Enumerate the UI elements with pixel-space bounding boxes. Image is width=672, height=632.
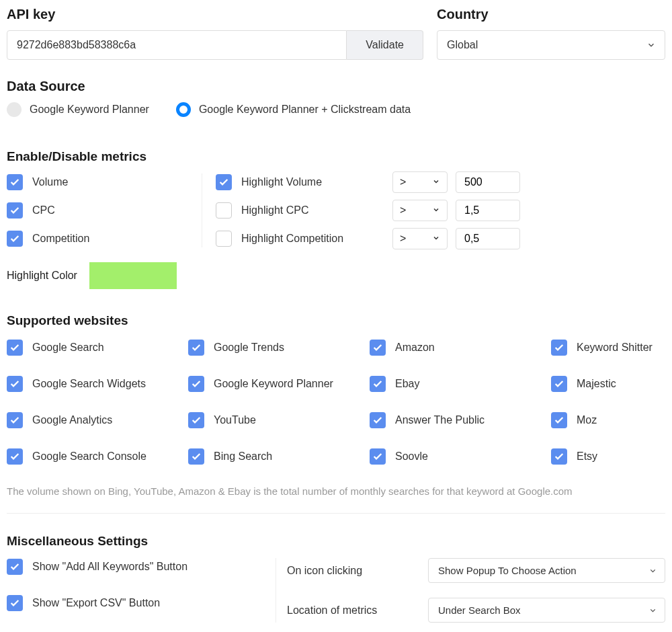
checkbox-website[interactable]	[551, 412, 567, 428]
website-label: Moz	[577, 414, 597, 426]
data-source-label: Data Source	[7, 79, 665, 94]
country-select[interactable]: Global	[437, 30, 665, 60]
website-item: Answer The Public	[370, 411, 551, 429]
chevron-down-icon	[432, 204, 440, 216]
website-item: Google Trends	[188, 339, 370, 356]
checkbox-website[interactable]	[370, 448, 386, 465]
website-label: Google Trends	[214, 342, 284, 354]
checkbox-website[interactable]	[551, 448, 567, 465]
on-icon-clicking-label: On icon clicking	[287, 565, 415, 577]
api-key-input[interactable]	[7, 30, 347, 60]
website-label: YouTube	[214, 414, 256, 426]
website-label: Google Search Console	[32, 450, 146, 463]
highlight-volume-label: Highlight Volume	[241, 176, 322, 188]
website-item: Google Keyword Planner	[188, 375, 370, 393]
misc-settings-label: Miscellaneous Settings	[7, 534, 665, 549]
website-label: Google Search Widgets	[32, 378, 146, 390]
export-csv-label: Show "Export CSV" Button	[32, 597, 160, 609]
checkbox-website[interactable]	[7, 448, 23, 465]
location-of-metrics-label: Location of metrics	[287, 604, 415, 617]
threshold-volume-input[interactable]	[456, 171, 520, 193]
checkbox-website[interactable]	[551, 340, 567, 356]
checkbox-website[interactable]	[188, 448, 204, 465]
website-item: Soovle	[370, 448, 551, 465]
checkbox-volume-label: Volume	[32, 176, 68, 188]
highlight-color-label: Highlight Color	[7, 270, 77, 282]
checkbox-add-all-keywords[interactable]	[7, 559, 23, 575]
divider	[7, 513, 665, 514]
metrics-label: Enable/Disable metrics	[7, 149, 665, 164]
highlight-color-swatch[interactable]	[89, 262, 177, 289]
checkbox-website[interactable]	[370, 340, 386, 356]
checkbox-cpc[interactable]	[7, 202, 23, 219]
country-label: Country	[437, 7, 665, 22]
checkbox-website[interactable]	[370, 376, 386, 392]
website-item: Etsy	[551, 448, 665, 465]
radio-gkp-label: Google Keyword Planner	[30, 104, 149, 116]
checkbox-website[interactable]	[370, 412, 386, 428]
checkbox-cpc-label: CPC	[32, 204, 55, 216]
website-item: Moz	[551, 411, 665, 429]
website-label: Bing Search	[214, 450, 272, 463]
add-all-keywords-label: Show "Add All Keywords" Button	[32, 561, 187, 573]
api-key-label: API key	[7, 7, 423, 22]
radio-gkp-clickstream-label: Google Keyword Planner + Clickstream dat…	[199, 104, 411, 116]
website-item: Amazon	[370, 339, 551, 356]
website-label: Google Analytics	[32, 414, 112, 426]
location-of-metrics-select[interactable]: Under Search Box	[428, 598, 665, 623]
website-label: Amazon	[395, 342, 435, 354]
website-label: Answer The Public	[395, 414, 485, 426]
chevron-down-icon	[432, 233, 440, 245]
highlight-cpc-label: Highlight CPC	[241, 204, 308, 216]
website-item: Ebay	[370, 375, 551, 393]
checkbox-competition[interactable]	[7, 231, 23, 247]
checkbox-website[interactable]	[7, 340, 23, 356]
checkbox-highlight-volume[interactable]	[216, 174, 232, 190]
website-label: Soovle	[395, 450, 428, 463]
checkbox-volume[interactable]	[7, 174, 23, 190]
website-item: Google Search Console	[7, 448, 188, 465]
radio-gkp[interactable]	[7, 102, 22, 117]
supported-websites-label: Supported websites	[7, 313, 665, 328]
website-label: Keyword Shitter	[577, 342, 653, 354]
website-item: Majestic	[551, 375, 665, 393]
website-item: Keyword Shitter	[551, 339, 665, 356]
checkbox-export-csv[interactable]	[7, 595, 23, 611]
checkbox-website[interactable]	[7, 376, 23, 392]
website-item: Google Search Widgets	[7, 375, 188, 393]
threshold-cpc-input[interactable]	[456, 200, 520, 221]
checkbox-website[interactable]	[188, 376, 204, 392]
op-select-competition[interactable]: >	[392, 228, 448, 249]
op-select-volume[interactable]: >	[392, 171, 448, 193]
website-label: Google Keyword Planner	[214, 378, 333, 390]
radio-gkp-clickstream[interactable]	[176, 102, 191, 117]
checkbox-website[interactable]	[551, 376, 567, 392]
checkbox-website[interactable]	[7, 412, 23, 428]
highlight-competition-label: Highlight Competition	[241, 233, 343, 245]
checkbox-competition-label: Competition	[32, 233, 89, 245]
website-item: YouTube	[188, 411, 370, 429]
website-label: Majestic	[577, 378, 616, 390]
website-label: Etsy	[577, 450, 597, 463]
websites-note: The volume shown on Bing, YouTube, Amazo…	[7, 485, 665, 497]
validate-button[interactable]: Validate	[347, 30, 423, 60]
website-item: Google Search	[7, 339, 188, 356]
op-select-cpc[interactable]: >	[392, 200, 448, 221]
website-label: Google Search	[32, 342, 104, 354]
on-icon-clicking-select[interactable]: Show Popup To Choose Action	[428, 558, 665, 583]
checkbox-website[interactable]	[188, 412, 204, 428]
website-item: Google Analytics	[7, 411, 188, 429]
chevron-down-icon	[432, 176, 440, 188]
checkbox-website[interactable]	[188, 340, 204, 356]
checkbox-highlight-cpc[interactable]	[216, 202, 232, 219]
website-label: Ebay	[395, 378, 419, 390]
checkbox-highlight-competition[interactable]	[216, 231, 232, 247]
website-item: Bing Search	[188, 448, 370, 465]
threshold-competition-input[interactable]	[456, 228, 520, 249]
